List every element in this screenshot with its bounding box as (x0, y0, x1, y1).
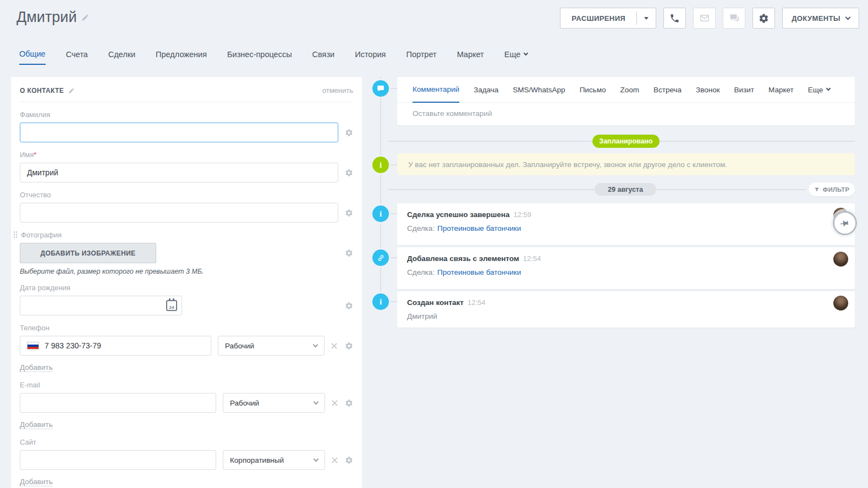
timeline-tab-letter[interactable]: Письмо (580, 77, 606, 102)
timeline-connector (388, 164, 397, 165)
field-settings-gear-icon[interactable] (345, 302, 353, 310)
field-settings-gear-icon[interactable] (345, 249, 353, 257)
nav-tab-profile[interactable]: Портрет (406, 49, 436, 65)
nav-tab-history[interactable]: История (355, 49, 386, 65)
field-settings-gear-icon[interactable] (345, 399, 353, 407)
timeline-axis-line (380, 77, 381, 310)
remove-website-button[interactable] (332, 457, 338, 463)
timeline-connector (388, 213, 397, 214)
contact-panel-header: О КОНТАКТЕ отменить (11, 77, 362, 102)
add-email-link[interactable]: Добавить (20, 420, 53, 429)
selected-option: Рабочий (225, 342, 254, 350)
edit-section-pencil-icon[interactable] (68, 87, 75, 94)
website-type-select[interactable]: Корпоративный (223, 450, 325, 470)
timeline-tab-call[interactable]: Звонок (696, 77, 720, 102)
funnel-icon (814, 187, 820, 192)
middle-name-label: Отчество (20, 191, 353, 199)
timeline-tab-label: Задача (474, 86, 498, 94)
field-settings-gear-icon[interactable] (345, 169, 353, 177)
extensions-dropdown-toggle[interactable] (637, 8, 656, 28)
entry-time: 12:59 (514, 210, 532, 219)
timeline-tab-label: Маркет (768, 86, 794, 94)
page-header: Дмитрий (17, 9, 89, 26)
info-icon: i (372, 157, 389, 173)
last-name-input[interactable] (20, 123, 338, 142)
nav-tab-deals[interactable]: Сделки (108, 49, 135, 65)
settings-button[interactable] (752, 8, 775, 29)
nav-tab-general[interactable]: Общие (19, 49, 46, 65)
pin-button[interactable] (833, 211, 857, 235)
timeline-tab-sms-whatsapp[interactable]: SMS/WhatsApp (513, 77, 565, 102)
chevron-down-icon (524, 51, 528, 56)
nav-tab-label: Счета (66, 50, 88, 59)
add-image-button[interactable]: ДОБАВИТЬ ИЗОБРАЖЕНИЕ (20, 243, 156, 263)
phone-type-select[interactable]: Рабочий (218, 336, 325, 356)
timeline-tab-label: Комментарий (413, 85, 459, 93)
required-mark: * (34, 151, 36, 159)
entry-title: Сделка успешно завершена12:59 (407, 210, 845, 219)
email-input[interactable] (20, 393, 216, 413)
timeline-tab-label: Встреча (653, 86, 682, 94)
calendar-icon[interactable]: 24 (166, 300, 177, 311)
timeline-entry-link-added[interactable]: Добавлена связь с элементом12:54 Сделка:… (397, 247, 855, 289)
entry-time: 12:54 (468, 298, 486, 307)
nav-tab-invoices[interactable]: Счета (66, 49, 88, 65)
deal-link[interactable]: Протеиновые батончики (437, 224, 521, 232)
documents-button[interactable]: ДОКУМЕНТЫ (782, 8, 859, 29)
middle-name-input[interactable] (20, 203, 338, 223)
birth-date-input[interactable] (20, 296, 182, 315)
timeline-tab-task[interactable]: Задача (474, 77, 498, 102)
timeline-tab-zoom[interactable]: Zoom (620, 77, 639, 102)
timeline-entry-contact-created[interactable]: Создан контакт12:54 Дмитрий (397, 291, 855, 328)
nav-tab-business-processes[interactable]: Бизнес-процессы (227, 49, 292, 65)
chevron-down-icon (845, 14, 851, 20)
first-name-input[interactable] (20, 163, 338, 182)
add-website-link[interactable]: Добавить (20, 478, 53, 486)
field-settings-gear-icon[interactable] (345, 209, 353, 217)
nav-tab-label: Связи (312, 50, 335, 59)
timeline-tab-market[interactable]: Маркет (768, 77, 794, 102)
comment-bubble-icon (372, 80, 389, 97)
timeline-tab-label: Визит (734, 86, 754, 94)
phone-input[interactable]: 7 983 230-73-79 (20, 336, 211, 356)
timeline-tab-visit[interactable]: Визит (734, 77, 754, 102)
timeline-tab-label: SMS/WhatsApp (513, 86, 565, 94)
call-button[interactable] (663, 8, 686, 29)
website-input[interactable] (20, 450, 216, 470)
field-settings-gear-icon[interactable] (345, 456, 353, 464)
cancel-link[interactable]: отменить (322, 86, 353, 95)
filter-button[interactable]: ФИЛЬТР (809, 182, 855, 196)
timeline-connector (388, 301, 397, 302)
nav-tab-more[interactable]: Еще (504, 49, 528, 65)
nav-tab-quotes[interactable]: Предложения (156, 49, 207, 65)
chevron-down-icon (313, 342, 318, 347)
documents-button-label: ДОКУМЕНТЫ (792, 14, 840, 23)
drag-handle-icon[interactable] (13, 231, 18, 239)
nav-tab-label: Сделки (108, 50, 135, 59)
chat-button[interactable] (723, 8, 745, 29)
timeline-tab-more[interactable]: Еще (808, 77, 830, 102)
section-title: О КОНТАКТЕ (20, 87, 64, 95)
nav-tab-label: История (355, 50, 386, 59)
deal-link[interactable]: Протеиновые батончики (437, 268, 521, 276)
remove-phone-button[interactable] (331, 343, 337, 349)
field-settings-gear-icon[interactable] (345, 342, 353, 350)
timeline-entry-deal-completed[interactable]: Сделка успешно завершена12:59 Сделка:Про… (397, 203, 855, 245)
edit-title-pencil-icon[interactable] (81, 14, 89, 21)
gear-icon (759, 13, 769, 24)
nav-tab-relations[interactable]: Связи (312, 49, 335, 65)
comment-input[interactable]: Оставьте комментарий (397, 103, 855, 124)
timeline-tab-meeting[interactable]: Встреча (653, 77, 682, 102)
email-button[interactable] (693, 8, 716, 29)
timeline-tab-comment[interactable]: Комментарий (413, 77, 459, 103)
phone-value: 7 983 230-73-79 (45, 341, 101, 350)
remove-email-button[interactable] (332, 400, 338, 406)
russia-flag-icon[interactable] (27, 342, 39, 350)
website-label: Сайт (20, 438, 353, 446)
email-type-select[interactable]: Рабочий (223, 393, 325, 413)
field-settings-gear-icon[interactable] (345, 129, 353, 137)
info-icon: i (372, 293, 389, 310)
extensions-button[interactable]: РАСШИРЕНИЯ (560, 8, 656, 29)
add-phone-link[interactable]: Добавить (20, 363, 53, 372)
nav-tab-market[interactable]: Маркет (457, 49, 484, 65)
